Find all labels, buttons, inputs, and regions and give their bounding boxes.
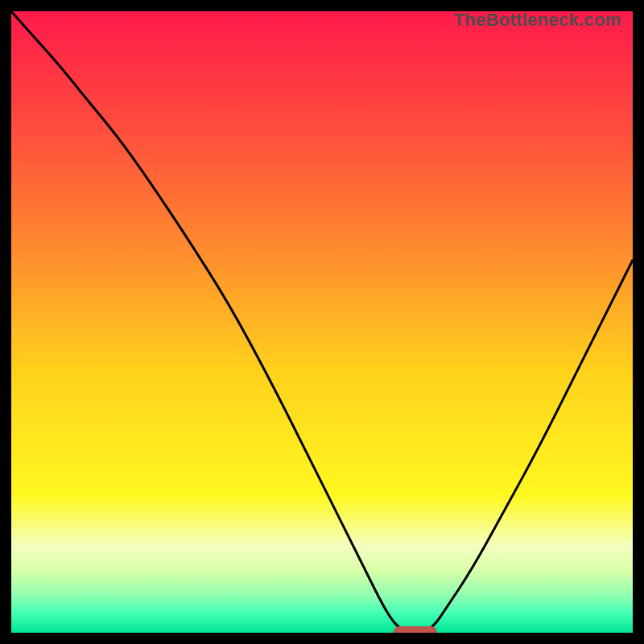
background-gradient bbox=[11, 11, 633, 633]
plot-area: TheBottleneck.com bbox=[11, 11, 633, 633]
optimum-marker bbox=[394, 626, 437, 633]
bottleneck-chart bbox=[11, 11, 633, 633]
chart-frame: TheBottleneck.com bbox=[0, 0, 644, 644]
